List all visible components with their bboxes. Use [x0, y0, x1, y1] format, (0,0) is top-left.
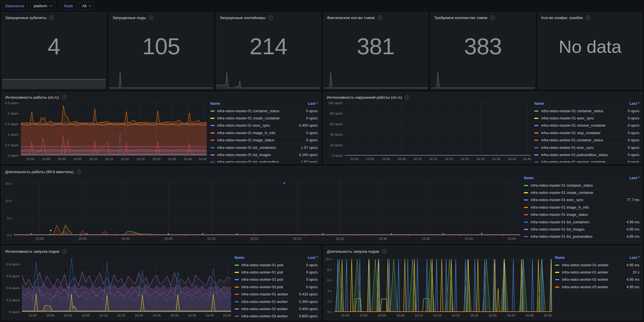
legend-header-last[interactable]: Last * [630, 102, 639, 106]
series-name: infra-redos-master-01 container_status [541, 109, 625, 113]
legend-header-last[interactable]: Last * [630, 176, 639, 180]
info-icon[interactable] [405, 95, 409, 100]
panel-header: Интенсивность работы (оп./с) [2, 92, 321, 100]
series-last-value: 0.300 ops/s [299, 300, 318, 304]
stats-row: Запущенные кубелеты 4 Запущенные поды 10… [1, 12, 643, 89]
legend-row[interactable]: infra-redos-master-01 image_status [524, 211, 639, 218]
series-color-swatch [235, 308, 239, 310]
legend-row[interactable]: infra-redos-master-01 create_container [524, 189, 639, 196]
series-last-value: 0 ops/s [306, 278, 318, 282]
legend-row[interactable]: infra-redos-worker-03 worker 4.95 ms [555, 284, 639, 291]
legend-row[interactable]: infra-redos-master-01 create_container 0… [210, 115, 318, 122]
legend-row[interactable]: infra-redos-master-01 list_podsandbox 1.… [210, 159, 318, 162]
series-color-swatch [534, 125, 539, 126]
legend-row[interactable]: infra-redos-master-01 container_status 0… [210, 107, 318, 115]
series-name: infra-redos-worker-01 pod [242, 270, 303, 274]
series-color-swatch [524, 236, 528, 237]
series-last-value: 0 ops/s [628, 109, 639, 113]
panel-work-duration: Длительность работы (99-й квантиль) 0 s5… [1, 166, 643, 244]
svg-text:15:50: 15:50 [341, 314, 349, 317]
svg-text:16:25: 16:25 [336, 237, 344, 240]
series-last-value: 4.95 ms [627, 263, 639, 267]
svg-text:1.5 ops/s: 1.5 ops/s [5, 122, 18, 126]
series-color-swatch [534, 140, 539, 141]
series-last-value: 0.400 ops/s [299, 307, 318, 311]
node-label-button[interactable]: Node [60, 1, 76, 10]
legend-row[interactable]: infra-redos-worker-02 worker 4.95 ms [555, 276, 639, 283]
legend-row[interactable]: infra-redos-master-01 list_podsandbox 4.… [524, 233, 639, 240]
series-name: infra-redos-worker-02 pod [242, 278, 303, 282]
legend-row[interactable]: infra-redos-master-01 exec_sync 0.400 op… [210, 122, 318, 129]
series-name: infra-redos-master-01 container_status [531, 184, 636, 188]
svg-text:16:10: 16:10 [89, 157, 98, 161]
legend-row[interactable]: infra-redos-master-01 pod 0 ops/s [235, 261, 318, 269]
legend-row[interactable]: infra-redos-worker-01 container_status 0… [534, 137, 639, 144]
legend-row[interactable]: infra-redos-master-01 container_status 0… [534, 107, 639, 115]
legend-header-last[interactable]: Last * [308, 102, 318, 106]
legend-row[interactable]: infra-redos-master-01 list_images 4.95 m… [524, 226, 639, 233]
legend-row[interactable]: infra-redos-master-01 remove_container 0… [534, 122, 639, 129]
svg-text:16:40: 16:40 [508, 157, 516, 161]
chart-body: 0 ops/s0.2 ops/s0.4 ops/s0.6 ops/s0.8 op… [3, 254, 320, 319]
legend-row[interactable]: infra-redos-worker-01 pod 0 ops/s [235, 269, 318, 276]
legend-row[interactable]: infra-redos-worker-01 podsandbox_status … [534, 151, 639, 159]
datasource-label-button[interactable]: Datasource [2, 1, 28, 10]
legend-row[interactable]: infra-redos-worker-03 pod 0 ops/s [235, 284, 318, 291]
series-color-swatch [235, 316, 239, 317]
info-icon[interactable] [77, 170, 81, 174]
legend-header-name: Name [210, 102, 305, 106]
legend-row[interactable]: infra-redos-worker-01 remove_container 0… [534, 159, 639, 162]
legend-row[interactable]: infra-redos-master-01 exec_sync 0 ops/s [534, 115, 639, 122]
series-name: infra-redos-master-01 pod [242, 263, 303, 267]
legend-header-last[interactable]: Last * [630, 256, 639, 260]
legend-row[interactable]: infra-redos-master-01 list_containers 4.… [524, 218, 639, 226]
info-icon[interactable] [382, 249, 387, 254]
series-name: infra-redos-master-01 list_podsandbox [531, 235, 624, 239]
pod-duration-chart[interactable]: 0 s2 s4 s6 s8 s10 s15:5015:5516:0016:051… [325, 254, 554, 319]
chevron-down-icon [49, 4, 52, 7]
legend-row[interactable]: infra-redos-master-01 image_fs_info 0 op… [210, 130, 318, 137]
svg-text:0 ops/s: 0 ops/s [9, 310, 20, 314]
series-last-value: 0 ops/s [628, 131, 639, 135]
svg-text:16:15: 16:15 [433, 314, 441, 317]
legend-row[interactable]: infra-redos-master-01 stop_container 0 o… [534, 130, 639, 137]
legend-row[interactable]: infra-redos-worker-03 worker 0.600 ops/s [235, 313, 318, 319]
legend-row[interactable]: infra-redos-master-01 list_containers 1.… [210, 144, 318, 151]
legend-row[interactable]: infra-redos-worker-01 worker 0.300 ops/s [235, 298, 318, 305]
panel-title: Интенсивность нарушений работы (оп./с) [327, 95, 402, 100]
row-pod-launch: Интенсивность запуска подов 0 ops/s0.2 o… [1, 246, 643, 320]
svg-text:4 s: 4 s [327, 289, 332, 293]
svg-text:16:20: 16:20 [445, 157, 453, 161]
series-last-value: 4.95 ms [627, 285, 639, 289]
legend-row[interactable]: infra-redos-worker-02 pod 0 ops/s [235, 276, 318, 283]
legend-row[interactable]: infra-redos-worker-01 worker 10 s [555, 269, 639, 276]
info-icon[interactable] [62, 95, 66, 100]
legend-row[interactable]: infra-redos-worker-02 worker 0.400 ops/s [235, 306, 318, 313]
series-color-swatch [534, 132, 539, 134]
legend-row[interactable]: infra-redos-master-01 container_status [524, 182, 639, 189]
violation-rate-chart[interactable]: 0 ops/s20 ops/s40 ops/s60 ops/s80 ops/s1… [325, 100, 533, 162]
series-color-swatch [235, 279, 239, 280]
series-name: infra-redos-master-01 list_containers [217, 146, 298, 150]
series-last-value: 0 ops/s [628, 160, 639, 162]
legend-row[interactable]: infra-redos-master-01 image_fs_info [524, 204, 639, 211]
legend-row[interactable]: infra-redos-master-01 list_images 0.100 … [210, 151, 318, 159]
info-icon[interactable] [62, 249, 67, 254]
work-duration-chart[interactable]: 0 s5 s10 s15 s15:5015:5516:0016:0516:101… [3, 175, 523, 242]
series-last-value: 0.600 ops/s [299, 314, 318, 318]
legend-row[interactable]: infra-redos-master-01 image_status 0 ops… [210, 137, 318, 144]
legend-row[interactable]: infra-redos-master-01 worker 0.433 ops/s [235, 291, 318, 298]
series-name: infra-redos-master-01 image_status [531, 213, 636, 217]
svg-text:2 ops/s: 2 ops/s [8, 112, 18, 115]
legend-header-last[interactable]: Last * [308, 256, 318, 260]
legend-row[interactable]: infra-redos-master-01 exec_sync 77.7 ms [524, 196, 639, 204]
legend-row[interactable]: infra-redos-master-01 worker 4.95 ms [555, 261, 639, 269]
legend-row[interactable]: infra-redos-worker-01 exec_sync 0 ops/s [534, 144, 639, 151]
node-select[interactable]: All [79, 1, 94, 10]
svg-text:6 s: 6 s [327, 278, 332, 282]
datasource-select[interactable]: platform [30, 1, 55, 10]
work-rate-chart[interactable]: 0 ops/s0.5 ops/s1 ops/s1.5 ops/s2 ops/s2… [3, 100, 209, 162]
series-color-swatch [524, 199, 528, 201]
series-color-swatch [534, 147, 539, 148]
pod-rate-chart[interactable]: 0 ops/s0.2 ops/s0.4 ops/s0.6 ops/s0.8 op… [3, 254, 233, 319]
